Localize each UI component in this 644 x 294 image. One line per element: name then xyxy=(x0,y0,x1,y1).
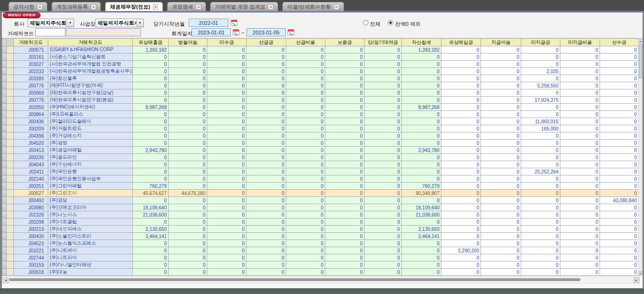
cell[interactable]: 0 xyxy=(286,183,325,190)
cell[interactable]: 0 xyxy=(207,190,247,197)
cell[interactable]: 0 xyxy=(402,89,441,97)
cell[interactable]: 0 xyxy=(207,104,247,111)
cell[interactable]: 0 xyxy=(560,233,600,240)
cell[interactable]: 17,924,375 xyxy=(521,97,560,104)
cell[interactable]: 0 xyxy=(169,140,207,147)
cell[interactable] xyxy=(2,61,7,68)
cell[interactable]: 0 xyxy=(325,226,365,233)
table-row[interactable]: J04523(주)논스톱익스프레스0000000000000 xyxy=(2,240,639,247)
cell[interactable]: 0 xyxy=(207,204,247,211)
chevron-down-icon[interactable]: ▼ xyxy=(66,19,74,27)
cell[interactable] xyxy=(7,61,14,68)
cell[interactable]: 0 xyxy=(325,46,365,54)
cell[interactable]: 0 xyxy=(133,140,169,147)
cell[interactable]: 0 xyxy=(247,61,286,68)
cell[interactable]: 0 xyxy=(521,161,560,168)
cell[interactable] xyxy=(2,175,7,183)
cell[interactable]: 0 xyxy=(441,175,481,183)
cell[interactable]: 0 xyxy=(521,211,560,218)
cell[interactable]: 2,130,650 xyxy=(402,226,441,233)
cell[interactable]: 0 xyxy=(286,89,325,97)
cell[interactable]: 0 xyxy=(207,147,247,154)
cell[interactable]: 20,252,264 xyxy=(521,168,560,175)
cell[interactable] xyxy=(7,54,14,61)
menu-open-button[interactable]: MENU OPEN xyxy=(3,12,41,18)
cell[interactable]: 0 xyxy=(325,82,365,89)
cell[interactable]: 0 xyxy=(481,161,521,168)
vendor-name-cell[interactable]: (주)국민은행 xyxy=(48,168,133,175)
table-row[interactable]: J02326(주)나노시스21,038,60000000021,038,6000… xyxy=(2,211,639,218)
cell[interactable]: 0 xyxy=(365,190,402,197)
scroll-up-icon[interactable]: ▲ xyxy=(639,39,642,43)
cell[interactable]: 0 xyxy=(365,233,402,240)
cell[interactable] xyxy=(7,140,14,147)
vendor-name-cell[interactable]: (주)LG유플러스 xyxy=(48,111,133,118)
cell[interactable]: 45,674,627 xyxy=(133,190,169,197)
cell[interactable]: 44,675,180 xyxy=(169,190,207,197)
cell[interactable]: 0 xyxy=(441,89,481,97)
cell[interactable]: 0 xyxy=(325,118,365,125)
cell[interactable]: 0 xyxy=(402,125,441,132)
cell[interactable]: 0 xyxy=(441,125,481,132)
cell[interactable]: 0 xyxy=(286,125,325,132)
vendor-code-cell[interactable]: J03980 xyxy=(14,204,48,211)
cell[interactable]: 0 xyxy=(247,82,286,89)
cell[interactable]: 0 xyxy=(133,261,169,269)
cell[interactable] xyxy=(2,233,7,240)
cell[interactable] xyxy=(7,154,14,161)
table-row[interactable]: J02950(주)HNC(에이치앤씨)8,987,2680000008,987,… xyxy=(2,104,639,111)
cell[interactable]: 0 xyxy=(325,240,365,247)
cell[interactable]: 0 xyxy=(325,61,365,68)
cell[interactable]: 0 xyxy=(402,154,441,161)
cell[interactable]: 0 xyxy=(560,68,600,75)
vendor-code-cell[interactable]: J00492 xyxy=(14,197,48,204)
cell[interactable]: 0 xyxy=(325,68,365,75)
cell[interactable] xyxy=(2,118,7,125)
cell[interactable]: 0 xyxy=(133,197,169,204)
cell[interactable]: 0 xyxy=(560,54,600,61)
scroll-right-icon[interactable]: ▶ xyxy=(633,277,639,283)
cell[interactable]: 0 xyxy=(247,89,286,97)
cell[interactable]: 0 xyxy=(133,175,169,183)
cell[interactable]: 0 xyxy=(600,111,639,118)
cell[interactable]: 0 xyxy=(365,247,402,254)
cell[interactable]: 0 xyxy=(560,261,600,269)
cell[interactable]: 0 xyxy=(402,197,441,204)
cell[interactable]: 0 xyxy=(325,140,365,147)
cell[interactable]: 0 xyxy=(560,247,600,254)
vendor-code-cell[interactable]: J04043 xyxy=(14,161,48,168)
table-row[interactable]: J03027(사)한국관세무역개발원 인천공항0000000000000 xyxy=(2,61,639,68)
tab-미결/반제회수현황[interactable]: 미결/반제회수현황× xyxy=(282,2,343,11)
cell[interactable]: 0 xyxy=(402,254,441,261)
cell[interactable] xyxy=(2,140,7,147)
cell[interactable] xyxy=(7,132,14,140)
cell[interactable]: 760,279 xyxy=(402,183,441,190)
cell[interactable]: 0 xyxy=(600,68,639,75)
cell[interactable]: 0 xyxy=(325,190,365,197)
cell[interactable]: 0 xyxy=(521,132,560,140)
cell[interactable]: 0 xyxy=(365,140,402,147)
cell[interactable]: 0 xyxy=(560,240,600,247)
cell[interactable]: 0 xyxy=(286,175,325,183)
vendor-code-cell[interactable]: J04523 xyxy=(14,240,48,247)
cell[interactable]: 0 xyxy=(600,226,639,233)
cell[interactable]: 0 xyxy=(560,204,600,211)
cell[interactable] xyxy=(2,204,7,211)
cell[interactable]: 0 xyxy=(600,183,639,190)
table-row[interactable]: J00219(주)네오피에스2,130,6500000002,130,65000… xyxy=(2,226,639,233)
cell[interactable]: 0 xyxy=(600,75,639,82)
cell[interactable]: 0 xyxy=(169,168,207,175)
cell[interactable]: 0 xyxy=(481,261,521,269)
cell[interactable]: 0 xyxy=(133,54,169,61)
vendor-name-cell[interactable]: (주)노블인더스트리 xyxy=(48,233,133,240)
cell[interactable]: 90,349,807 xyxy=(402,190,441,197)
cell[interactable]: 0 xyxy=(481,269,521,276)
cell[interactable]: 0 xyxy=(286,104,325,111)
cell[interactable] xyxy=(2,68,7,75)
cell[interactable]: 0 xyxy=(560,82,600,89)
vendor-name-cell[interactable]: (주)너트클럽 xyxy=(48,218,133,226)
cell[interactable]: 0 xyxy=(600,204,639,211)
cell[interactable]: 0 xyxy=(365,46,402,54)
cell[interactable]: 0 xyxy=(402,97,441,104)
cell[interactable]: 0 xyxy=(481,89,521,97)
